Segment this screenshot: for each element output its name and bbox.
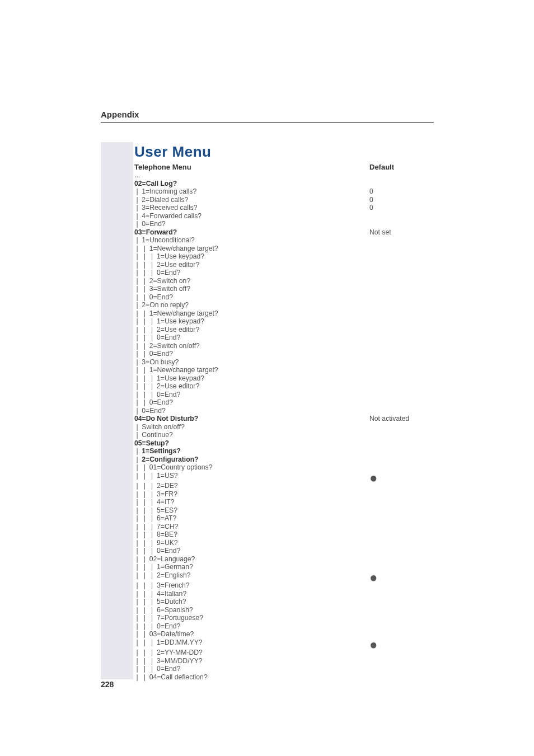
tree-text: 3=MM/DD/YY? [157,657,369,665]
tree-value [369,581,437,590]
tree-text: 2=Configuration? [142,456,369,464]
tree-value [369,606,437,614]
tree-value [369,261,437,269]
tree-text: 1=Use keypad? [157,252,369,261]
tree-text: 0=End? [149,293,369,302]
tree-line: | | | 1=Use keypad? [134,374,437,383]
tree-value [369,563,437,571]
tree-text: Switch on/off? [142,423,369,431]
tree-guide: | | [134,293,149,302]
tree-value [369,358,437,367]
tree-line: | | | 2=Use editor? [134,382,437,391]
tree-guide: | | | [134,514,157,523]
tree-guide: | [134,431,142,439]
tree-value [369,463,437,472]
tree-line: | | 2=Switch on/off? [134,342,437,350]
tree-line: 02=Call Log? [134,180,437,188]
header-rule [101,122,434,123]
tree-value [369,665,437,673]
tree-guide: | | | [134,539,157,547]
tree-text: 8=BE? [157,530,369,539]
tree-line: | | | 4=Italian? [134,590,437,598]
tree-text: 4=Italian? [157,590,369,598]
tree-line: | | 1=New/change target? [134,366,437,374]
tree-value [369,590,437,598]
tree-text: 5=ES? [157,506,369,515]
tree-value: Not activated [369,415,437,423]
tree-value [369,391,437,399]
tree-text: 1=New/change target? [149,366,369,374]
tree-text: 6=Spanish? [157,606,369,614]
appendix-label: Appendix [101,110,139,119]
tree-text: 2=Switch on/off? [149,342,369,350]
tree-text: 1=Incoming calls? [142,187,369,196]
tree-text: 03=Forward? [134,228,369,237]
tree-value [369,439,437,448]
tree-text: 0=End? [157,391,369,399]
tree-guide: | | [134,630,149,638]
tree-value [369,342,437,350]
tree-guide: | [134,358,142,367]
tree-line: | | 02=Language? [134,555,437,564]
tree-text: 05=Setup? [134,439,369,448]
tree-line: | | | 3=FR? [134,490,437,499]
tree-guide: | | | [134,252,157,261]
tree-line: | | 3=Switch off? [134,285,437,293]
tree-text: 5=Dutch? [157,598,369,606]
tree-value [369,301,437,309]
tree-text: 04=Do Not Disturb? [134,415,369,423]
tree-line: | 4=Forwarded calls? [134,212,437,220]
tree-guide: | [134,220,142,228]
tree-text: 0=End? [157,334,369,342]
tree-text: 1=German? [157,563,369,571]
tree-guide: | | | [134,598,157,606]
bullet-icon: ● [369,474,378,482]
tree-value: ● [369,638,437,649]
tree-guide: | | | [134,657,157,665]
tree-text: 0=End? [157,547,369,555]
tree-value [369,555,437,564]
tree-line: ... [134,171,437,180]
tree-text: 1=Unconditional? [142,236,369,245]
tree-guide: | | | [134,547,157,555]
tree-text: 1=US? [157,472,369,482]
tree-guide: | | | [134,326,157,334]
tree-guide: | | [134,285,149,293]
tree-guide: | [134,447,142,456]
tree-value [369,523,437,531]
tree-line: | | | 1=Use keypad? [134,317,437,326]
tree-text: 2=Switch on? [149,277,369,285]
tree-guide: | [134,423,142,431]
tree-guide: | | | [134,506,157,515]
tree-line: | | | 3=MM/DD/YY? [134,657,437,665]
tree-text: 6=AT? [157,514,369,523]
tree-line: | | | 7=Portuguese? [134,614,437,622]
tree-guide: | [134,236,142,245]
tree-value [369,398,437,407]
tree-guide: | | | [134,581,157,590]
tree-text: 0=End? [149,350,369,358]
tree-line: | 0=End? [134,220,437,228]
tree-line: | | | 2=Use editor? [134,326,437,334]
tree-line: | 2=Configuration? [134,456,437,464]
tree-text: 2=English? [157,571,369,582]
tree-text: 0=End? [157,665,369,673]
tree-line: | Continue? [134,431,437,439]
page-number: 228 [101,680,114,689]
tree-line: | | 01=Country options? [134,463,437,472]
tree-text: 03=Date/time? [149,630,369,638]
tree-value [369,252,437,261]
tree-value: Not set [369,228,437,237]
tree-line: | | | 0=End? [134,622,437,631]
tree-guide: | | [134,673,149,682]
tree-value [369,277,437,285]
tree-guide: | | | [134,317,157,326]
tree-value [369,649,437,657]
content: User Menu Telephone Menu Default ...02=C… [134,143,437,681]
tree-value [369,490,437,499]
tree-guide: | | | [134,472,157,482]
tree-text: 0=End? [142,220,369,228]
tree-guide: | | [134,309,149,318]
tree-guide: | | | [134,571,157,582]
tree-text: 2=YY-MM-DD? [157,649,369,657]
